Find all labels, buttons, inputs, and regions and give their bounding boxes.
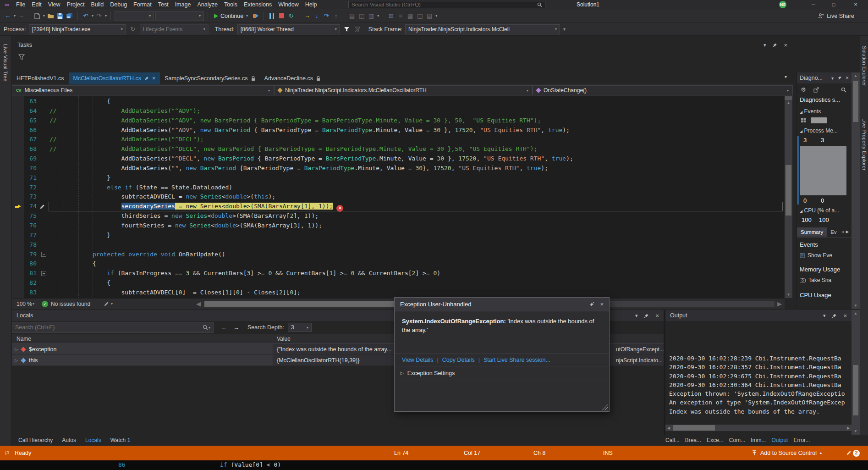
code-text[interactable]: // AddDataSeries("^DECL", new BarsPeriod… (49, 144, 537, 154)
close-icon[interactable]: × (600, 301, 604, 308)
glyph-margin-cell[interactable] (12, 202, 24, 211)
glyph-margin-cell[interactable] (12, 211, 24, 221)
output-log[interactable]: 2020-09-30 16:02:28:239 Cbi.Instrument.R… (669, 354, 848, 416)
gear-icon[interactable]: ⚙ (801, 86, 806, 93)
menu-window[interactable]: Window (275, 0, 302, 9)
stack-frame-dropdown[interactable]: NinjaTrader.NinjaScript.Indicators.McCle… (405, 24, 560, 34)
exception-link-view-details[interactable]: View Details (402, 357, 434, 363)
glyph-margin-cell[interactable] (12, 144, 24, 154)
variable-name-cell[interactable]: ▷$exception (12, 344, 273, 355)
code-line-73[interactable]: 73 subtractADVDECL = new Series<double>(… (12, 192, 785, 202)
glyph-margin-cell[interactable] (12, 164, 24, 173)
menu-help[interactable]: Help (302, 0, 320, 9)
pin-icon[interactable] (772, 43, 777, 48)
splitter-handle[interactable] (785, 96, 792, 100)
tab-summary[interactable]: Summary (797, 227, 827, 237)
pin-icon[interactable] (644, 313, 649, 318)
close-icon[interactable]: × (843, 312, 847, 319)
code-line-72[interactable]: 72 else if (State == State.DataLoaded) (12, 183, 785, 193)
scroll-down-icon[interactable]: ▼ (852, 429, 860, 433)
tab-com-[interactable]: Com... (729, 437, 745, 443)
tab-solution-explorer[interactable]: Solution Explorer (862, 46, 867, 86)
tab-call-[interactable]: Call... (665, 437, 680, 443)
configuration-dropdown[interactable]: ▾ (115, 11, 154, 21)
redo-chevron-icon[interactable]: ▾ (105, 14, 107, 18)
fold-collapse-icon[interactable]: − (41, 252, 46, 257)
tab-scroll-right-icon[interactable]: ▶ (846, 230, 849, 234)
menu-build[interactable]: Build (88, 0, 107, 9)
scrollbar-thumb[interactable] (673, 425, 715, 431)
search-input[interactable] (352, 2, 537, 7)
stop-debugging-icon[interactable] (277, 11, 286, 21)
code-cleanup-icon[interactable] (102, 299, 110, 309)
tab-live-visual-tree[interactable]: Live Visual Tree (3, 44, 8, 82)
health-check-icon[interactable]: ✓ (42, 301, 48, 307)
exception-popup-header[interactable]: Exception User-Unhandled × (395, 298, 609, 311)
code-line-75[interactable]: 75 thirdSeries = new Series<double>(SMA(… (12, 211, 785, 221)
doc-tab-hftpolishedv1-cs[interactable]: HFTPolishedV1.cs (12, 72, 69, 84)
code-line-77[interactable]: 77 } (12, 231, 785, 240)
locals-search-input[interactable] (15, 324, 203, 331)
menu-file[interactable]: File (13, 0, 28, 9)
code-line-63[interactable]: 63 { (12, 97, 785, 106)
break-all-icon[interactable] (268, 11, 276, 21)
code-line-65[interactable]: 65// AddDataSeries("^ADV", new BarsPerio… (12, 116, 785, 126)
variable-name-cell[interactable]: ▷this (12, 355, 273, 366)
search-prev-icon[interactable]: ← (221, 324, 227, 331)
code-text[interactable]: else if (State == State.DataLoaded) (49, 183, 232, 193)
tab-exce-[interactable]: Exce... (707, 437, 724, 443)
threads-window-icon[interactable]: ▤ (425, 11, 434, 21)
glyph-margin-cell[interactable] (12, 106, 24, 116)
tab-autos[interactable]: Autos (62, 437, 76, 443)
type-dropdown[interactable]: NinjaTrader.NinjaScript.Indicators.McCle… (274, 85, 533, 95)
code-line-66[interactable]: 66 AddDataSeries("^ADV", new BarsPeriod … (12, 126, 785, 135)
glyph-margin-cell[interactable] (12, 231, 24, 240)
tab-error-[interactable]: Error... (793, 437, 810, 443)
code-line-68[interactable]: 68// AddDataSeries("^DECL", new BarsPeri… (12, 144, 785, 154)
add-to-source-control-button[interactable]: Add to Source Control ▴ (752, 446, 822, 460)
continue-chevron-icon[interactable]: ▾ (246, 14, 248, 18)
tab-call-hierarchy[interactable]: Call Hierarchy (18, 437, 53, 443)
events-section-header[interactable]: ◢ Events (800, 108, 821, 115)
output-header[interactable]: Output ▾ × (665, 310, 852, 321)
code-text[interactable]: AddDataSeries("^DECL", new BarsPeriod { … (49, 154, 573, 164)
fold-collapse-icon[interactable]: − (41, 271, 46, 276)
scrollbar-thumb[interactable] (853, 81, 858, 122)
step-into-icon[interactable]: ↓ (313, 11, 321, 21)
health-label[interactable]: No issues found (51, 301, 90, 307)
menu-tools[interactable]: Tools (221, 0, 241, 9)
account-avatar[interactable]: NS (779, 1, 786, 8)
expander-icon[interactable]: ▷ (15, 347, 18, 352)
refresh-processes-icon[interactable]: ↻ (129, 24, 137, 34)
scroll-right-icon[interactable]: ▶ (775, 299, 784, 309)
project-dropdown[interactable]: C# Miscellaneous Files ▾ (12, 85, 274, 95)
scroll-up-icon[interactable]: ▲ (852, 311, 860, 315)
glyph-margin-cell[interactable] (12, 192, 24, 202)
search-depth-dropdown[interactable]: 3 ▾ (288, 323, 312, 332)
code-text[interactable]: } (49, 173, 110, 183)
glyph-margin-cell[interactable] (12, 250, 24, 260)
code-editor[interactable]: 63 {64// AddDataSeries("^ADV");65// AddD… (12, 96, 785, 298)
close-icon[interactable]: × (655, 312, 659, 319)
search-options-chevron-icon[interactable]: ▾ (209, 326, 210, 330)
glyph-margin-cell[interactable] (12, 97, 24, 106)
call-stack-window-icon[interactable]: ◫ (357, 11, 366, 21)
code-text[interactable]: protected override void OnBarUpdate() (49, 250, 225, 260)
code-text[interactable]: // AddDataSeries("^ADV"); (49, 106, 200, 116)
code-line-82[interactable]: 82 { (12, 278, 785, 288)
code-text[interactable]: thirdSeries = new Series<double>(SMA(Bar… (49, 211, 319, 221)
column-name[interactable]: Name (12, 336, 273, 342)
scroll-left-icon[interactable]: ◀ (194, 299, 203, 309)
code-line-79[interactable]: 79− protected override void OnBarUpdate(… (12, 250, 785, 260)
scroll-down-icon[interactable]: ▼ (852, 304, 860, 308)
menu-test[interactable]: Test (155, 0, 172, 9)
glyph-margin-cell[interactable] (12, 173, 24, 183)
tab-brea-[interactable]: Brea... (685, 437, 701, 443)
quick-search-box[interactable] (348, 1, 545, 8)
pin-icon[interactable] (832, 313, 837, 318)
glyph-margin-cell[interactable] (12, 126, 24, 135)
live-share-button[interactable]: Live Share (818, 13, 854, 19)
code-line-69[interactable]: 69 AddDataSeries("^DECL", new BarsPeriod… (12, 154, 785, 164)
notifications-flag-icon[interactable]: ⚐ (5, 446, 10, 460)
maximize-button[interactable]: □ (826, 0, 841, 9)
